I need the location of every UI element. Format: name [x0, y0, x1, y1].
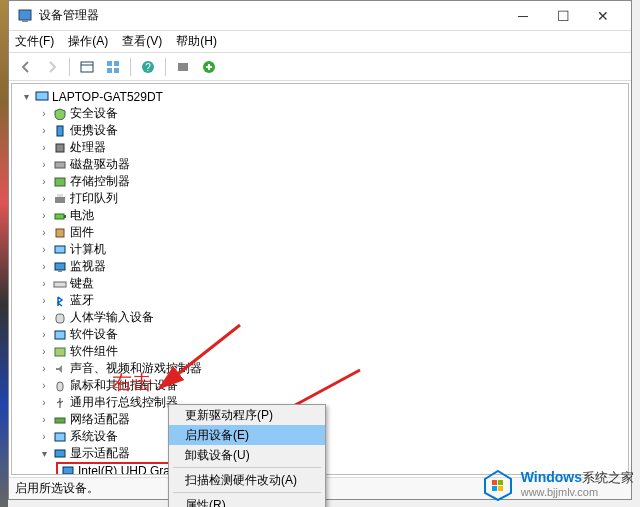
portable-icon — [52, 124, 68, 138]
tree-root[interactable]: ▾ LAPTOP-GAT529DT — [12, 88, 628, 105]
enable-button[interactable] — [198, 56, 220, 78]
gpu-icon — [60, 464, 76, 476]
svg-rect-12 — [36, 92, 48, 100]
menu-action[interactable]: 操作(A) — [68, 33, 108, 50]
software-icon — [52, 328, 68, 342]
svg-rect-4 — [107, 61, 112, 66]
ctx-uninstall-device[interactable]: 卸载设备(U) — [169, 445, 325, 465]
tree-item[interactable]: ›电池 — [12, 207, 628, 224]
svg-rect-30 — [55, 418, 65, 423]
tree-item[interactable]: ›监视器 — [12, 258, 628, 275]
expand-icon: ▾ — [38, 448, 50, 459]
root-label: LAPTOP-GAT529DT — [52, 90, 163, 104]
svg-rect-33 — [63, 467, 73, 474]
svg-rect-25 — [54, 282, 66, 287]
watermark-brand: Windows — [521, 469, 582, 485]
scan-button[interactable] — [172, 56, 194, 78]
tree-item[interactable]: ›安全设备 — [12, 105, 628, 122]
svg-rect-0 — [19, 10, 31, 20]
tree-item[interactable]: ›存储控制器 — [12, 173, 628, 190]
logo-icon — [481, 467, 515, 501]
toolbar: ? — [9, 53, 631, 81]
mouse-icon — [52, 379, 68, 393]
tree-item[interactable]: ›软件组件 — [12, 343, 628, 360]
display-icon — [52, 447, 68, 461]
network-icon — [52, 413, 68, 427]
tree-item[interactable]: ›处理器 — [12, 139, 628, 156]
tree-item[interactable]: ›固件 — [12, 224, 628, 241]
svg-rect-42 — [498, 486, 503, 491]
computer-icon — [52, 243, 68, 257]
menu-help[interactable]: 帮助(H) — [176, 33, 217, 50]
arrow-1 — [150, 320, 250, 400]
tree-item[interactable]: ›人体学输入设备 — [12, 309, 628, 326]
security-icon — [52, 107, 68, 121]
ctx-scan-hardware[interactable]: 扫描检测硬件改动(A) — [169, 470, 325, 490]
component-icon — [52, 345, 68, 359]
ctx-properties[interactable]: 属性(R) — [169, 495, 325, 507]
watermark-url: www.bjjmlv.com — [521, 486, 634, 498]
ctx-update-driver[interactable]: 更新驱动程序(P) — [169, 405, 325, 425]
menu-file[interactable]: 文件(F) — [15, 33, 54, 50]
svg-rect-6 — [107, 68, 112, 73]
svg-rect-17 — [55, 197, 65, 203]
battery-icon — [52, 209, 68, 223]
show-hide-button[interactable] — [76, 56, 98, 78]
forward-button[interactable] — [41, 56, 63, 78]
svg-rect-31 — [55, 433, 65, 441]
svg-text:?: ? — [145, 62, 151, 73]
back-button[interactable] — [15, 56, 37, 78]
svg-line-37 — [160, 325, 240, 388]
svg-rect-27 — [55, 331, 65, 339]
svg-rect-13 — [57, 126, 63, 136]
svg-rect-2 — [81, 62, 93, 72]
tree-item[interactable]: ›键盘 — [12, 275, 628, 292]
svg-rect-29 — [57, 382, 63, 391]
separator — [173, 467, 321, 468]
svg-rect-41 — [492, 486, 497, 491]
maximize-button[interactable]: ☐ — [543, 2, 583, 30]
desktop-edge — [0, 0, 8, 507]
svg-rect-24 — [58, 270, 62, 272]
tree-item[interactable]: ›打印队列 — [12, 190, 628, 207]
view-button[interactable] — [102, 56, 124, 78]
svg-rect-26 — [56, 314, 64, 323]
menu-view[interactable]: 查看(V) — [122, 33, 162, 50]
svg-rect-1 — [22, 20, 28, 22]
tree-item[interactable]: ›磁盘驱动器 — [12, 156, 628, 173]
tree-item[interactable]: ›便携设备 — [12, 122, 628, 139]
svg-rect-20 — [64, 215, 66, 218]
svg-rect-5 — [114, 61, 119, 66]
hid-icon — [52, 311, 68, 325]
svg-rect-16 — [55, 178, 65, 186]
tree-item[interactable]: ›蓝牙 — [12, 292, 628, 309]
svg-rect-14 — [56, 144, 64, 152]
printer-icon — [52, 192, 68, 206]
collapse-icon[interactable]: ▾ — [20, 91, 32, 102]
svg-rect-15 — [55, 162, 65, 168]
status-text: 启用所选设备。 — [15, 481, 99, 495]
help-button[interactable]: ? — [137, 56, 159, 78]
titlebar: 设备管理器 ─ ☐ ✕ — [9, 1, 631, 31]
svg-rect-7 — [114, 68, 119, 73]
watermark: Windows系统之家 www.bjjmlv.com — [481, 467, 634, 501]
audio-icon — [52, 362, 68, 376]
ctx-enable-device[interactable]: 启用设备(E) — [169, 425, 325, 445]
minimize-button[interactable]: ─ — [503, 2, 543, 30]
watermark-suffix: 系统之家 — [582, 470, 634, 485]
menubar: 文件(F) 操作(A) 查看(V) 帮助(H) — [9, 31, 631, 53]
svg-rect-23 — [55, 263, 65, 270]
svg-rect-21 — [56, 229, 64, 237]
svg-rect-10 — [178, 63, 188, 71]
context-menu: 更新驱动程序(P) 启用设备(E) 卸载设备(U) 扫描检测硬件改动(A) 属性… — [168, 404, 326, 507]
tree-item[interactable]: ›软件设备 — [12, 326, 628, 343]
usb-icon — [52, 396, 68, 410]
annotation-right-click: 右击 — [112, 369, 152, 396]
svg-rect-28 — [55, 348, 65, 356]
tree-item[interactable]: ›计算机 — [12, 241, 628, 258]
separator — [173, 492, 321, 493]
keyboard-icon — [52, 277, 68, 291]
close-button[interactable]: ✕ — [583, 2, 623, 30]
bluetooth-icon — [52, 294, 68, 308]
svg-rect-32 — [55, 450, 65, 457]
